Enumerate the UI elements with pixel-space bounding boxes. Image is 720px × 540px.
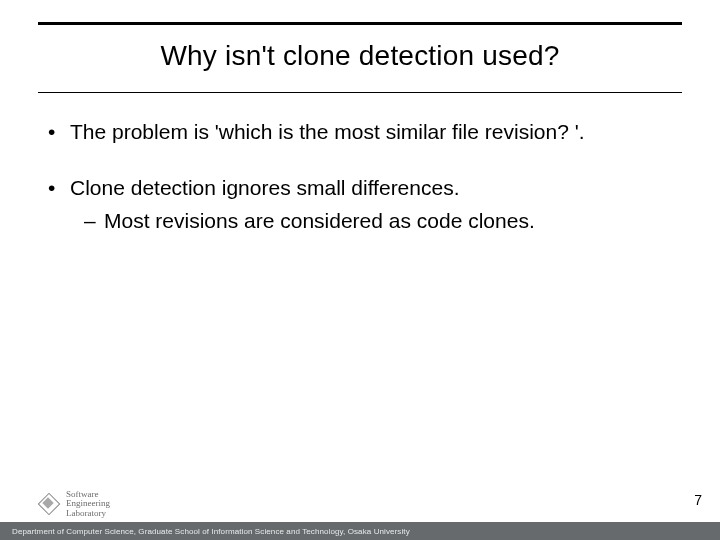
footer-bar: Department of Computer Science, Graduate… [0,522,720,540]
title-area: Why isn't clone detection used? [0,40,720,72]
sub-bullet-text: Most revisions are considered as code cl… [104,207,535,235]
body-content: • The problem is 'which is the most simi… [48,118,672,263]
title-underline [38,92,682,93]
bullet-text: Clone detection ignores small difference… [70,174,460,202]
bullet-marker: • [48,118,70,146]
bullet-text: The problem is 'which is the most simila… [70,118,585,146]
logo-text: Software Engineering Laboratory [66,490,110,518]
footer-text: Department of Computer Science, Graduate… [12,527,410,536]
bullet-item: • The problem is 'which is the most simi… [48,118,672,146]
bullet-marker: • [48,174,70,202]
logo-icon [38,493,60,515]
page-number: 7 [694,492,702,508]
slide-title: Why isn't clone detection used? [160,40,559,71]
slide: Why isn't clone detection used? • The pr… [0,0,720,540]
sub-bullet-marker: – [84,207,104,235]
top-rule [38,22,682,25]
logo-line: Laboratory [66,509,110,518]
lab-logo: Software Engineering Laboratory [38,490,110,518]
sub-bullet-item: – Most revisions are considered as code … [48,207,672,235]
bullet-item: • Clone detection ignores small differen… [48,174,672,202]
